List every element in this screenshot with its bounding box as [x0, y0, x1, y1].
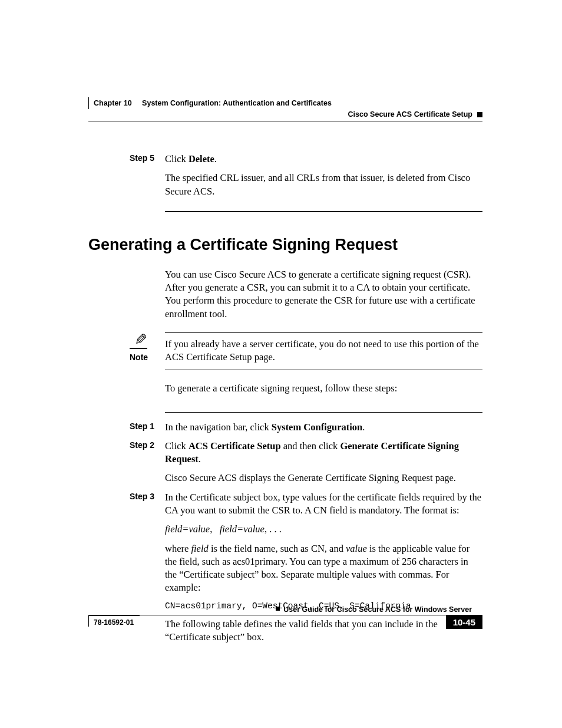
document-number: 78-16592-01 — [88, 615, 140, 627]
note-label: Note — [130, 353, 165, 362]
intro-paragraph: You can use Cisco Secure ACS to generate… — [165, 268, 482, 321]
step-label: Step 2 — [130, 440, 165, 491]
step-body: Click Delete. The specified CRL issuer, … — [165, 153, 482, 204]
lead-in: To generate a certificate signing reques… — [165, 382, 482, 395]
step-2: Step 2 Click ACS Certificate Setup and t… — [130, 440, 482, 491]
section-right: Cisco Secure ACS Certificate Setup — [348, 110, 472, 118]
section-end-rule — [165, 211, 482, 212]
page-number: 10-45 — [446, 615, 482, 629]
header-square-icon — [477, 112, 482, 117]
footer-square-icon — [276, 607, 280, 611]
step-1: Step 1 In the navigation bar, click Syst… — [130, 421, 482, 440]
running-header: Chapter 10 System Configuration: Authent… — [88, 97, 482, 121]
section-heading: Generating a Certificate Signing Request — [88, 236, 482, 254]
step-label: Step 1 — [130, 421, 165, 440]
guide-title: User Guide for Cisco Secure ACS for Wind… — [283, 605, 472, 614]
step-label: Step 5 — [130, 153, 165, 204]
procedure-start-rule — [165, 412, 482, 413]
format-line: field=value, field=value, . . . — [165, 523, 482, 536]
pencil-icon: ✎ — [130, 332, 147, 349]
chapter-label: Chapter 10 — [94, 99, 132, 107]
document-page: Chapter 10 System Configuration: Authent… — [0, 0, 562, 728]
note-block: ✎ Note If you already have a server cert… — [130, 332, 482, 371]
page-footer: User Guide for Cisco Secure ACS for Wind… — [88, 605, 482, 629]
step-body: Click ACS Certificate Setup and then cli… — [165, 440, 482, 491]
step-body: In the navigation bar, click System Conf… — [165, 421, 482, 440]
step-5: Step 5 Click Delete. The specified CRL i… — [130, 153, 482, 204]
chapter-title: System Configuration: Authentication and… — [142, 99, 332, 107]
note-body: If you already have a server certificate… — [165, 332, 482, 371]
where-paragraph: where field is the field name, such as C… — [165, 542, 482, 595]
